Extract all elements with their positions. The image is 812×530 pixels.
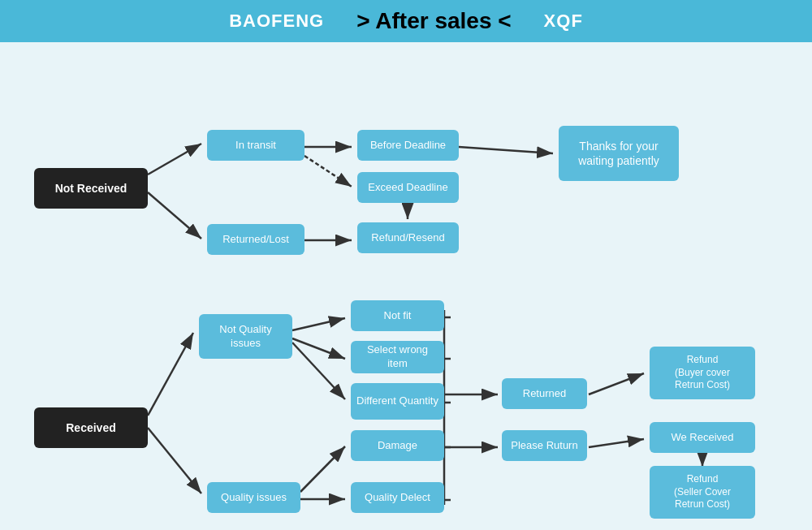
header-title: > After sales < bbox=[356, 8, 511, 34]
not-fit-box: Not fit bbox=[351, 300, 444, 331]
svg-line-2 bbox=[148, 192, 201, 239]
svg-line-13 bbox=[300, 446, 345, 492]
thanks-box: Thanks for your waiting patiently bbox=[559, 126, 679, 181]
quality-issues-box: Quality issues bbox=[207, 482, 300, 513]
svg-line-23 bbox=[589, 373, 644, 394]
before-deadline-box: Before Deadline bbox=[357, 130, 459, 161]
svg-line-5 bbox=[459, 147, 553, 153]
exceed-deadline-box: Exceed Deadline bbox=[357, 172, 459, 203]
svg-line-8 bbox=[148, 333, 193, 416]
refund-seller-box: Refund (Seller Cover Retrun Cost) bbox=[650, 466, 755, 519]
diff-quantity-box: Different Quantity bbox=[351, 383, 444, 420]
refund-buyer-box: Refund (Buyer cover Retrun Cost) bbox=[650, 347, 755, 399]
brand-right: XQF bbox=[544, 11, 583, 32]
received-box: Received bbox=[34, 407, 148, 448]
main-content: Not Received In transit Returned/Lost Be… bbox=[0, 42, 812, 530]
please-return-box: Please Ruturn bbox=[502, 430, 587, 461]
svg-line-10 bbox=[292, 318, 345, 330]
svg-line-12 bbox=[292, 343, 345, 399]
select-wrong-box: Select wrong item bbox=[351, 341, 444, 373]
returned-box: Returned bbox=[502, 378, 587, 409]
we-received-box: We Received bbox=[650, 422, 755, 453]
quality-defect-box: Quality Delect bbox=[351, 482, 444, 513]
svg-line-1 bbox=[148, 144, 201, 175]
returned-lost-box: Returned/Lost bbox=[207, 224, 304, 255]
svg-line-9 bbox=[148, 428, 201, 493]
in-transit-box: In transit bbox=[207, 130, 304, 161]
svg-line-4 bbox=[304, 156, 352, 187]
not-quality-box: Not Quality issues bbox=[199, 314, 292, 359]
svg-line-11 bbox=[292, 338, 345, 359]
refund-resend-box: Refund/Resend bbox=[357, 222, 459, 253]
svg-line-24 bbox=[589, 439, 644, 447]
brand-left: BAOFENG bbox=[229, 11, 324, 32]
damage-box: Damage bbox=[351, 430, 444, 461]
header: BAOFENG > After sales < XQF bbox=[0, 0, 812, 42]
not-received-box: Not Received bbox=[34, 168, 148, 209]
